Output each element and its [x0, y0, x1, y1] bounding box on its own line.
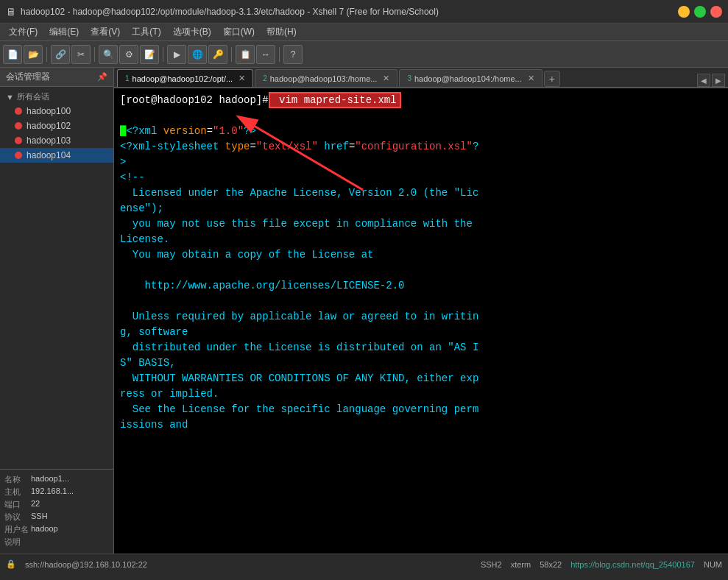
- window-controls: [678, 6, 722, 18]
- sidebar-item-label-hadoop102: hadoop102: [26, 121, 71, 131]
- sidebar-group-all-sessions: ▼ 所有会话: [0, 90, 113, 104]
- tab-1-close-icon[interactable]: ✕: [238, 74, 245, 83]
- tab-next-button[interactable]: ▶: [712, 74, 725, 87]
- terminal-content: [root@hadoop102 hadoop]# vim mapred-site…: [120, 93, 722, 433]
- tab-2-num: 2: [263, 74, 267, 82]
- menu-window[interactable]: 窗口(W): [217, 24, 261, 40]
- prop-name-label: 名称: [4, 474, 31, 485]
- toolbar-separator-1: [46, 47, 47, 62]
- tab-nav: ◀ ▶: [697, 74, 725, 87]
- sidebar-item-label-hadoop104: hadoop104: [26, 150, 71, 160]
- status-right: SSH2 xterm 58x22 https://blog.csdn.net/q…: [481, 560, 722, 569]
- sidebar-pin-button[interactable]: 📌: [97, 72, 107, 82]
- maximize-button[interactable]: [694, 6, 706, 18]
- menu-tabs[interactable]: 选项卡(B): [167, 24, 217, 40]
- menu-file[interactable]: 文件(F): [3, 24, 43, 40]
- toolbar-btn-3[interactable]: 🔗: [51, 45, 70, 64]
- menu-edit[interactable]: 编辑(E): [43, 24, 85, 40]
- chevron-down-icon: ▼: [6, 93, 14, 102]
- status-dot-hadoop102: [15, 122, 22, 130]
- tab-add-button[interactable]: +: [544, 71, 560, 87]
- xml-line-url: http://www.apache.org/licenses/LICENSE-2…: [120, 278, 722, 294]
- prop-port-value: 22: [31, 499, 40, 510]
- tab-1-label: hadoop@hadoop102:/opt/...: [132, 74, 233, 83]
- close-button[interactable]: [710, 6, 722, 18]
- sidebar-section: ▼ 所有会话 hadoop100 hadoop102 hadoop103 had…: [0, 87, 113, 166]
- status-dot-hadoop104: [15, 152, 22, 159]
- xml-line-license3: you may not use this file except in comp…: [120, 216, 722, 232]
- main-layout: 会话管理器 📌 ▼ 所有会话 hadoop100 hadoop102 hadoo…: [0, 68, 728, 554]
- prop-port: 端口 22: [4, 499, 109, 510]
- toolbar-btn-6[interactable]: ⚙: [119, 45, 138, 64]
- toolbar-btn-12[interactable]: ↔: [256, 45, 275, 64]
- app-icon: 🖥: [6, 6, 16, 18]
- xml-line-license5: You may obtain a copy of the License at: [120, 247, 722, 263]
- help-button[interactable]: ?: [283, 45, 303, 64]
- menu-view[interactable]: 查看(V): [85, 24, 126, 40]
- tab-3-label: hadoop@hadoop104:/home...: [414, 74, 522, 83]
- xml-line-2: <?xml-stylesheet type="text/xsl" href="c…: [120, 139, 722, 155]
- toolbar-separator-4: [231, 47, 232, 62]
- tab-3-close-icon[interactable]: ✕: [528, 74, 534, 83]
- tab-3[interactable]: 3 hadoop@hadoop104:/home... ✕: [399, 69, 542, 87]
- toolbar-btn-8[interactable]: ▶: [167, 45, 186, 64]
- toolbar-separator-5: [279, 47, 280, 62]
- prop-desc-label: 说明: [4, 537, 31, 548]
- prop-host-value: 192.168.1...: [31, 487, 74, 498]
- terminal[interactable]: [root@hadoop102 hadoop]# vim mapred-site…: [114, 88, 728, 554]
- tab-1-num: 1: [125, 74, 130, 82]
- xml-line-license2: ense");: [120, 201, 722, 216]
- prop-user-label: 用户名: [4, 524, 31, 535]
- minimize-button[interactable]: [678, 6, 690, 18]
- tab-bar: 1 hadoop@hadoop102:/opt/... ✕ 2 hadoop@h…: [114, 68, 728, 88]
- toolbar-btn-11[interactable]: 📋: [236, 45, 255, 64]
- sidebar-title: 会话管理器: [6, 71, 50, 83]
- tab-prev-button[interactable]: ◀: [697, 74, 710, 87]
- prop-user: 用户名 hadoop: [4, 524, 109, 535]
- xml-line-license1: Licensed under the Apache License, Versi…: [120, 185, 722, 201]
- xml-line-see2: issions and: [120, 417, 722, 433]
- prop-host-label: 主机: [4, 487, 31, 498]
- command-highlight: vim mapred-site.xml: [269, 92, 401, 108]
- status-dot-hadoop100: [15, 107, 22, 115]
- sidebar-header: 会话管理器 📌: [0, 68, 113, 87]
- prop-port-label: 端口: [4, 499, 31, 510]
- xml-line-see1: See the License for the specific languag…: [120, 402, 722, 417]
- toolbar-btn-9[interactable]: 🌐: [188, 45, 207, 64]
- command-line: [root@hadoop102 hadoop]# vim mapred-site…: [120, 93, 722, 108]
- prop-proto: 协议 SSH: [4, 512, 109, 523]
- toolbar-btn-5[interactable]: 🔍: [99, 45, 118, 64]
- menu-help[interactable]: 帮助(H): [261, 24, 303, 40]
- prop-proto-label: 协议: [4, 512, 31, 523]
- xml-line-3: >: [120, 155, 722, 170]
- ssh-connection: ssh://hadoop@192.168.10.102:22: [25, 560, 147, 569]
- open-button[interactable]: 📂: [24, 45, 43, 64]
- blog-url: https://blog.csdn.net/qq_25400167: [570, 560, 695, 569]
- new-session-button[interactable]: 📄: [3, 45, 22, 64]
- xml-line-unless1: Unless required by applicable law or agr…: [120, 309, 722, 325]
- sidebar-item-label-hadoop103: hadoop103: [26, 135, 71, 146]
- xml-line-license4: License.: [120, 232, 722, 247]
- toolbar-btn-7[interactable]: 📝: [140, 45, 159, 64]
- properties-panel: 名称 hadoop1... 主机 192.168.1... 端口 22 协议 S…: [0, 469, 113, 554]
- toolbar-separator-3: [163, 47, 163, 62]
- tab-2-close-icon[interactable]: ✕: [383, 74, 389, 83]
- title-text: hadoop102 - hadoop@hadoop102:/opt/module…: [21, 7, 678, 17]
- xml-line-without2: ress or implied.: [120, 386, 722, 402]
- tab-3-num: 3: [407, 74, 411, 82]
- sidebar-item-hadoop104[interactable]: hadoop104: [0, 148, 113, 163]
- sidebar-item-hadoop102[interactable]: hadoop102: [0, 119, 113, 133]
- toolbar-btn-10[interactable]: 🔑: [208, 45, 227, 64]
- xml-line-without1: WITHOUT WARRANTIES OR CONDITIONS OF ANY …: [120, 371, 722, 386]
- menu-tools[interactable]: 工具(T): [126, 24, 166, 40]
- sidebar-item-hadoop100[interactable]: hadoop100: [0, 104, 113, 119]
- toolbar-btn-4[interactable]: ✂: [71, 45, 91, 64]
- tab-1[interactable]: 1 hadoop@hadoop102:/opt/... ✕: [117, 69, 253, 87]
- prompt: [root@hadoop102 hadoop]#: [120, 94, 269, 106]
- xml-line-distributed1: distributed under the License is distrib…: [120, 340, 722, 356]
- status-bar: 🔒 ssh://hadoop@192.168.10.102:22 SSH2 xt…: [0, 554, 728, 574]
- sidebar-item-hadoop103[interactable]: hadoop103: [0, 133, 113, 148]
- protocol-label: SSH2: [481, 560, 502, 569]
- tab-2[interactable]: 2 hadoop@hadoop103:/home... ✕: [255, 69, 397, 87]
- prop-desc: 说明: [4, 537, 109, 548]
